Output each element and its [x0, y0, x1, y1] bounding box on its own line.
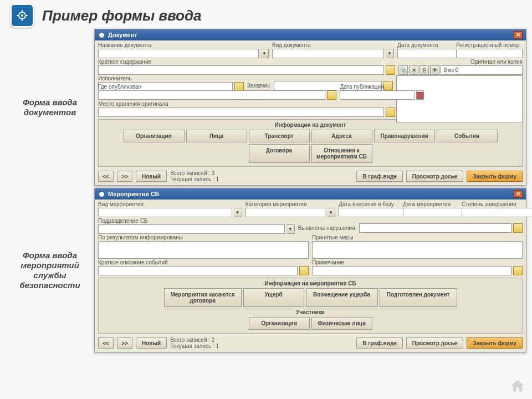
tab-natural-persons[interactable]: Физические лица [311, 317, 372, 330]
dropdown-icon[interactable]: ▼ [234, 208, 242, 217]
prev-button[interactable]: << [98, 337, 114, 349]
info-group: Информация на документ Организации Лица … [98, 119, 523, 167]
group-title: Информация на мероприятия СБ [102, 280, 519, 287]
window-document: Документ ✕ Название документа ▼ Вид доку… [94, 29, 526, 186]
dropdown-icon[interactable]: ▼ [287, 224, 295, 234]
home-icon [510, 378, 525, 393]
violations-input[interactable] [359, 223, 511, 233]
reg-no-input[interactable] [456, 49, 523, 58]
tab-events[interactable]: События [437, 130, 498, 142]
dossier-button[interactable]: Просмотр досье [406, 171, 463, 182]
label-desc: Краткое описание событий [98, 259, 309, 266]
tab-transport[interactable]: Транспорт [249, 130, 310, 142]
informed-textarea[interactable] [98, 241, 309, 259]
group-title-2: Участники [102, 309, 519, 315]
label-measures: Принятые меры [312, 234, 523, 241]
label-violations: Выявлены нарушения [298, 225, 355, 232]
tab-prepared-doc[interactable]: Подготовлен документ [380, 288, 457, 307]
label-executor: Исполнитель [98, 75, 244, 82]
desc-input[interactable] [98, 266, 298, 275]
label-orig-copy: Оригинал или копия [398, 59, 523, 65]
next-button[interactable]: >> [117, 171, 132, 182]
pick-icon[interactable] [386, 108, 395, 117]
delete-icon[interactable]: ✕ [409, 65, 418, 75]
tab-org[interactable]: Организации [124, 130, 185, 142]
tab-org2[interactable]: Организации [249, 317, 310, 330]
date-base-input[interactable] [339, 208, 413, 217]
prev-button[interactable]: << [98, 171, 114, 182]
label-storage: Место хранения оригинала [98, 101, 395, 108]
doc-type-input[interactable] [272, 49, 384, 58]
tab-addresses[interactable]: Адреса [311, 130, 372, 142]
label-pub-date: Дата публикации [340, 84, 395, 90]
pick-icon[interactable] [327, 90, 336, 100]
window-title: Мероприятия СБ [108, 191, 160, 197]
close-form-button[interactable]: Закрыть форму [467, 171, 523, 182]
side-label-documents: Форма ввода документов [6, 98, 94, 117]
tab-persons[interactable]: Лица [186, 130, 247, 142]
new-button[interactable]: Новый [136, 171, 167, 182]
note-input[interactable] [312, 266, 511, 275]
graph-view-button[interactable]: В граф.виде [356, 171, 403, 182]
close-icon[interactable]: ✕ [514, 190, 523, 198]
tab-relations[interactable]: Отношения к мероприятиям СБ [311, 144, 372, 163]
record-stats: Всего записей : 2Текущая запись : 1 [170, 337, 219, 349]
storage-input[interactable] [98, 108, 384, 117]
app-logo-icon [10, 3, 34, 28]
next-button[interactable]: >> [117, 337, 132, 349]
completion-input[interactable] [462, 208, 532, 217]
window-events: Мероприятия СБ ✕ Вид мероприятия ▼ Катег… [94, 188, 526, 352]
label-note: Примечание [312, 259, 523, 266]
window-icon [98, 191, 105, 198]
published-input[interactable] [98, 90, 325, 100]
svg-point-1 [21, 14, 23, 17]
doc-name-input[interactable] [98, 49, 259, 58]
pick-icon[interactable] [513, 223, 523, 233]
close-icon[interactable]: ✕ [514, 31, 523, 39]
label-evt-cat: Категория мероприятия [245, 201, 335, 208]
tab-contracts[interactable]: Договора [249, 144, 310, 163]
label-dept: Подразделение СБ [98, 218, 295, 224]
graph-view-button[interactable]: В граф.виде [356, 337, 403, 349]
dossier-button[interactable]: Просмотр досье [406, 337, 463, 349]
side-label-events: Форма ввода мероприятий службы безопасно… [6, 250, 94, 290]
measures-textarea[interactable] [312, 241, 523, 259]
copy-icon[interactable]: ⎘ [420, 65, 429, 75]
label-date-base: Дата внесения в базу [339, 201, 400, 208]
evt-type-input[interactable] [98, 208, 232, 217]
page-title: Пример формы ввода [42, 7, 202, 24]
tab-damage[interactable]: Ущерб [243, 288, 304, 307]
tab-offences[interactable]: Правонарушения [374, 130, 435, 142]
label-published: Где опубликован [98, 84, 336, 90]
label-doc-type: Вид документа [272, 42, 394, 49]
label-informed: По результатам информированы [98, 234, 309, 241]
tab-contract[interactable]: Мероприятия касаются договора [164, 288, 242, 307]
doc-type-dropdown[interactable]: ▼ [386, 49, 394, 58]
info-group-events: Информация на мероприятия СБ Мероприятия… [98, 278, 523, 334]
doc-name-dropdown[interactable]: ▼ [260, 49, 269, 58]
label-completion: Степень завершения [462, 201, 523, 208]
label-doc-date: Дата документа [397, 42, 453, 49]
window-title: Документ [108, 32, 137, 38]
label-reg-no: Регистрационный номер [456, 42, 523, 49]
tab-compensation[interactable]: Возмещение ущерба [306, 288, 378, 307]
new-button[interactable]: Новый [136, 337, 167, 349]
dropdown-icon[interactable]: ▼ [327, 208, 335, 217]
counter-display: 0 из 0 [441, 65, 523, 75]
pick-icon[interactable] [386, 65, 395, 75]
attach-icon[interactable]: 📎 [398, 65, 408, 75]
label-summary: Краткое содержание [98, 59, 395, 65]
label-doc-name: Название документа [98, 42, 269, 49]
summary-input[interactable] [98, 65, 384, 75]
pick-icon[interactable] [299, 266, 309, 275]
dept-input[interactable] [98, 224, 285, 234]
label-evt-date: Дата мероприятия [403, 201, 458, 208]
label-evt-type: Вид мероприятия [98, 201, 242, 208]
record-stats: Всего записей : 3Текущая запись : 1 [170, 170, 219, 182]
view-icon[interactable]: 👁 [430, 65, 439, 75]
close-form-button[interactable]: Закрыть форму [467, 337, 523, 349]
evt-cat-input[interactable] [245, 208, 325, 217]
pick-icon[interactable] [513, 266, 523, 275]
window-icon [98, 32, 105, 39]
